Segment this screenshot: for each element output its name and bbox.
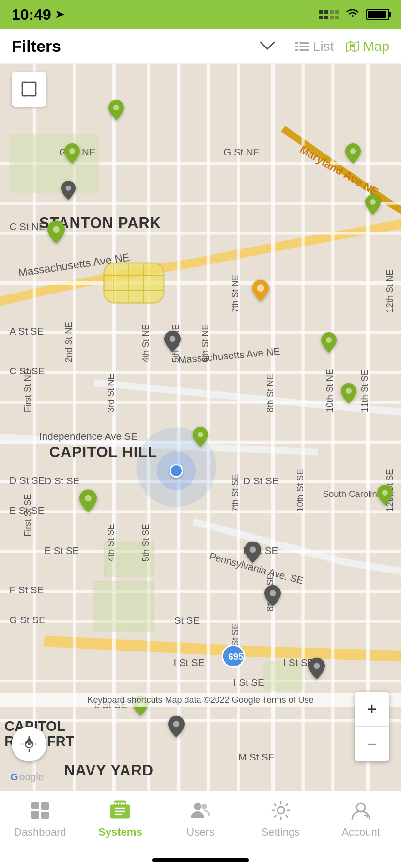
svg-rect-43 bbox=[9, 134, 99, 193]
svg-text:695: 695 bbox=[229, 651, 244, 662]
map-marker-green-8[interactable] bbox=[193, 427, 208, 449]
svg-text:7th St SE: 7th St SE bbox=[230, 474, 240, 512]
svg-rect-36 bbox=[104, 263, 164, 303]
view-toggle: List Map bbox=[295, 39, 389, 54]
filters-label: Filters bbox=[12, 37, 259, 56]
status-time: 10:49 ➤ bbox=[12, 6, 64, 24]
svg-text:I St SE: I St SE bbox=[174, 657, 205, 668]
svg-point-108 bbox=[326, 337, 332, 343]
map-marker-gold-1[interactable] bbox=[252, 279, 269, 304]
svg-point-117 bbox=[173, 721, 180, 727]
zoom-in-button[interactable]: + bbox=[355, 692, 389, 727]
svg-point-148 bbox=[278, 807, 284, 814]
nav-item-settings[interactable]: Settings bbox=[241, 799, 321, 838]
map-marker-green-4[interactable] bbox=[345, 143, 361, 166]
status-bar: 10:49 ➤ bbox=[0, 0, 401, 29]
svg-text:8th St NE: 8th St NE bbox=[265, 374, 275, 412]
map-marker-green-5[interactable] bbox=[365, 194, 381, 217]
svg-text:I St SE: I St SE bbox=[233, 677, 264, 688]
svg-rect-0 bbox=[295, 42, 298, 44]
map-marker-green-6[interactable] bbox=[321, 332, 337, 355]
map-marker-green-3[interactable] bbox=[108, 100, 124, 122]
map-marker-green-1[interactable] bbox=[64, 143, 80, 166]
status-icons bbox=[319, 7, 389, 22]
svg-point-8 bbox=[351, 44, 354, 47]
svg-text:First St NE: First St NE bbox=[22, 369, 32, 412]
svg-text:South Carolina: South Carolina bbox=[323, 489, 383, 499]
svg-text:10th St SE: 10th St SE bbox=[295, 469, 305, 512]
map-marker-green-9[interactable] bbox=[79, 489, 97, 514]
nav-label-dashboard: Dashboard bbox=[14, 826, 66, 838]
svg-text:7th St NE: 7th St NE bbox=[230, 275, 240, 313]
signal-icon bbox=[319, 10, 339, 19]
map-marker-gray-6[interactable] bbox=[168, 715, 185, 740]
list-label: List bbox=[313, 39, 334, 54]
svg-point-100 bbox=[69, 148, 75, 154]
nav-item-dashboard[interactable]: Dashboard bbox=[0, 799, 80, 838]
svg-text:I St SE: I St SE bbox=[169, 615, 200, 626]
map-marker-gray-3[interactable] bbox=[245, 541, 261, 565]
svg-point-107 bbox=[170, 336, 176, 342]
svg-text:G St NE: G St NE bbox=[223, 146, 260, 157]
svg-text:4th St SE: 4th St SE bbox=[106, 524, 116, 561]
svg-text:6th St NE: 6th St NE bbox=[200, 324, 210, 362]
account-icon bbox=[349, 799, 372, 822]
svg-rect-1 bbox=[295, 46, 298, 47]
svg-point-106 bbox=[257, 284, 264, 292]
svg-point-101 bbox=[65, 186, 71, 191]
chevron-down-icon[interactable] bbox=[259, 39, 276, 54]
location-button[interactable] bbox=[12, 727, 46, 761]
map-marker-gray-2[interactable] bbox=[164, 330, 181, 355]
svg-rect-44 bbox=[94, 581, 154, 631]
svg-text:F St SE: F St SE bbox=[9, 584, 44, 595]
svg-point-105 bbox=[370, 199, 376, 205]
svg-text:A St SE: A St SE bbox=[9, 326, 44, 337]
svg-text:CAPITOL HILL: CAPITOL HILL bbox=[49, 444, 157, 461]
svg-point-109 bbox=[346, 388, 352, 394]
svg-point-146 bbox=[194, 803, 201, 810]
nav-item-users[interactable]: Users bbox=[160, 799, 241, 838]
svg-rect-132 bbox=[31, 811, 39, 819]
svg-point-111 bbox=[85, 495, 92, 502]
map-marker-green-2[interactable] bbox=[47, 220, 65, 246]
users-icon bbox=[189, 799, 212, 822]
map-attribution: Keyboard shortcuts Map data ©2022 Google… bbox=[0, 693, 401, 707]
nav-label-account: Account bbox=[341, 826, 380, 838]
map-container[interactable]: G St NE G St NE C St NE A St SE C St SE … bbox=[0, 64, 401, 790]
wifi-icon bbox=[345, 7, 360, 22]
svg-text:M St SE: M St SE bbox=[238, 751, 275, 762]
map-marker-green-7[interactable] bbox=[341, 383, 356, 405]
svg-point-114 bbox=[270, 590, 276, 596]
nav-item-systems[interactable]: Systems bbox=[80, 799, 161, 838]
map-marker-gray-1[interactable] bbox=[61, 181, 76, 202]
svg-text:4th St NE: 4th St NE bbox=[140, 324, 151, 362]
nav-label-users: Users bbox=[186, 826, 214, 838]
expand-button[interactable] bbox=[12, 72, 46, 107]
svg-text:D St SE: D St SE bbox=[44, 475, 79, 486]
svg-text:3rd St NE: 3rd St NE bbox=[106, 373, 116, 412]
map-view-button[interactable]: Map bbox=[346, 39, 389, 54]
nav-item-account[interactable]: Account bbox=[321, 799, 401, 838]
svg-text:10th St NE: 10th St NE bbox=[324, 369, 335, 412]
map-marker-gray-5[interactable] bbox=[308, 657, 325, 682]
svg-text:2nd St NE: 2nd St NE bbox=[63, 322, 74, 362]
svg-rect-3 bbox=[299, 42, 309, 44]
zoom-out-button[interactable]: − bbox=[355, 727, 389, 761]
svg-rect-135 bbox=[41, 812, 49, 819]
top-bar: Filters List Map bbox=[0, 29, 401, 64]
svg-point-149 bbox=[356, 803, 365, 812]
map-label: Map bbox=[363, 39, 389, 54]
settings-icon bbox=[269, 799, 293, 822]
svg-text:D St SE: D St SE bbox=[243, 475, 278, 486]
user-location bbox=[157, 451, 196, 490]
svg-text:NAVY YARD: NAVY YARD bbox=[64, 762, 154, 779]
systems-icon bbox=[108, 799, 132, 822]
svg-text:E St SE: E St SE bbox=[44, 545, 79, 556]
map-marker-gray-4[interactable] bbox=[264, 585, 281, 609]
dashboard-icon bbox=[29, 799, 52, 822]
svg-point-112 bbox=[382, 490, 388, 496]
list-view-button[interactable]: List bbox=[295, 39, 334, 54]
map-marker-green-10[interactable] bbox=[377, 485, 393, 507]
svg-point-115 bbox=[314, 663, 320, 669]
svg-point-110 bbox=[198, 432, 203, 437]
